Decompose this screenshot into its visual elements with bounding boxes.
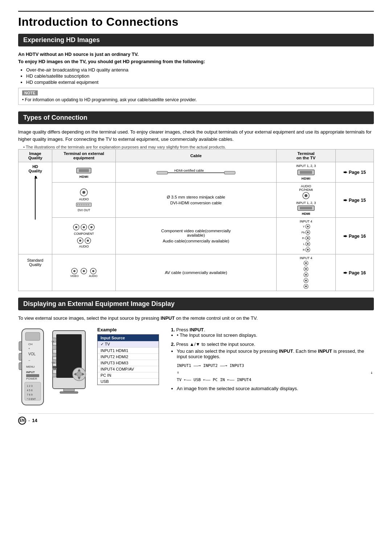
step-2: 2. Press ▲/▼ to select the input source.…	[171, 342, 374, 391]
audio-port-icon	[302, 192, 310, 200]
example-label: Example	[97, 327, 164, 332]
tv-av-port5	[303, 284, 309, 289]
footer: EN - 14	[18, 413, 374, 425]
section2-note: • The illustrations of the terminals are…	[23, 145, 374, 149]
th-image-quality: ImageQuality	[19, 150, 52, 162]
bottom-area: CH + VOL − MENU INPUT POWER 1 2 3 4 5 6 …	[18, 327, 374, 407]
input-source-item-pcin: PC IN	[98, 372, 159, 379]
audio-r-rca-icon	[90, 268, 97, 274]
section2-header: Types of Connection	[18, 111, 374, 124]
hdmi-cable-icon: HDMI-certified cable	[156, 168, 236, 176]
svg-rect-21	[300, 207, 312, 209]
connection-table: ImageQuality Terminal on externalequipme…	[18, 149, 374, 291]
svg-rect-60	[19, 353, 22, 360]
section2-para: Image quality differs depending on the t…	[18, 128, 374, 143]
hdmi-plug-icon	[76, 166, 92, 174]
page-link-4: ➨ Page 16	[336, 254, 374, 291]
section-connection-types: Types of Connection Image quality differ…	[18, 111, 374, 291]
input-source-item-usb: USB	[98, 379, 159, 385]
bullet-1: Over-the-air broadcasting via HD quality…	[26, 67, 374, 73]
step2-num: 2.	[171, 342, 175, 347]
note-text: • For information on updating to HD prog…	[22, 97, 370, 102]
step2-sub2: An image from the selected source automa…	[177, 386, 374, 391]
svg-point-53	[305, 274, 307, 276]
svg-text:CH: CH	[52, 340, 54, 343]
svg-rect-59	[19, 342, 22, 351]
svg-text:POWER: POWER	[26, 377, 37, 380]
svg-rect-80	[53, 353, 56, 357]
tv-terminal-dvi: AUDIOPC/HDMI INPUT 1, 2, 3 HDMI	[276, 183, 335, 218]
svg-rect-87	[64, 389, 74, 392]
svg-point-9	[82, 191, 85, 194]
step-1: 1. Press INPUT. • The Input source list …	[171, 327, 374, 338]
table-row: StandardQuality VIDEO	[19, 254, 374, 291]
step1-input-bold: INPUT	[189, 327, 204, 332]
svg-text:4 5 6: 4 5 6	[27, 389, 33, 392]
remote-tv-area: CH + VOL − MENU INPUT POWER 1 2 3 4 5 6 …	[18, 327, 91, 407]
svg-point-19	[305, 194, 307, 197]
svg-point-51	[305, 268, 307, 270]
example-screen: Input Source ✓ TV INPUT1 HDMI1 INPUT2 HD…	[97, 334, 159, 385]
component-rca2-icon	[81, 224, 87, 230]
svg-text:1 2 3: 1 2 3	[27, 385, 33, 387]
footer-bar: EN - 14	[18, 417, 37, 425]
cable-component: Component video cable(commerciallyavaila…	[116, 218, 277, 254]
svg-point-31	[87, 240, 89, 242]
table-row: HDQuality ▲ HDMI	[19, 162, 374, 183]
th-page	[336, 150, 374, 162]
svg-rect-4	[224, 171, 235, 174]
svg-text:VOL: VOL	[28, 352, 36, 356]
svg-rect-69	[26, 374, 39, 377]
svg-point-39	[307, 243, 309, 245]
cable-hdmi: HDMI-certified cable	[116, 162, 277, 183]
th-cable: Cable	[116, 150, 277, 162]
note-label: NOTE	[22, 90, 38, 95]
svg-text:−: −	[28, 359, 30, 362]
svg-text:7 8 9: 7 8 9	[27, 393, 33, 396]
page-link-2: ➨ Page 15	[336, 183, 374, 218]
video-rca-icon	[71, 268, 78, 274]
svg-rect-10	[76, 203, 91, 207]
tv-av-port2	[303, 266, 309, 271]
svg-rect-61	[19, 363, 22, 370]
svg-point-35	[307, 232, 309, 233]
svg-point-47	[92, 270, 94, 272]
svg-rect-7	[300, 171, 312, 174]
svg-rect-79	[53, 345, 56, 349]
page-title: Introduction to Connections	[18, 15, 374, 29]
en-circle-icon: EN	[18, 417, 26, 425]
svg-text:HDMI-certified cable: HDMI-certified cable	[174, 169, 204, 172]
svg-point-23	[75, 226, 77, 228]
audio-jack-icon	[79, 188, 88, 197]
step2-sub1: You can also select the input source by …	[177, 348, 374, 359]
tv-hdmi-port-icon	[297, 168, 315, 176]
tv-av-port4	[303, 278, 309, 283]
svg-text:INPUT: INPUT	[26, 371, 35, 374]
audio-rca-l-icon	[77, 237, 83, 244]
dvi-port-icon	[76, 202, 92, 208]
svg-rect-88	[60, 392, 78, 393]
svg-point-45	[83, 270, 85, 272]
terminal-dvi: AUDIO DVI OUT	[52, 183, 116, 218]
cable-dvi: Ø 3.5 mm stereo minijack cable DVI-HDMI …	[116, 183, 277, 218]
component-rca3-icon	[88, 224, 95, 230]
section3-intro: To view external source images, select t…	[18, 315, 374, 322]
svg-point-25	[83, 226, 85, 228]
svg-point-33	[307, 226, 309, 228]
svg-rect-1	[79, 169, 89, 172]
example-area: Example Input Source ✓ TV INPUT1 HDMI1 I…	[97, 327, 164, 407]
quality-hd: HDQuality ▲	[19, 162, 52, 254]
table-row: COMPONENT AUDIO Component video cable(co…	[19, 218, 374, 254]
section1-header: Experiencing HD Images	[18, 34, 374, 46]
tv-av-port3	[303, 272, 309, 277]
page-link-1: ➨ Page 15	[336, 162, 374, 183]
svg-point-43	[73, 270, 75, 272]
terminal-component: COMPONENT AUDIO	[52, 218, 116, 254]
input-source-header: Input Source	[98, 335, 159, 341]
audio-l-rca-icon	[81, 268, 87, 274]
audio-rca-r-icon	[85, 237, 91, 244]
tv-icon: CH VOL INPUT	[51, 327, 87, 407]
tv-hdmi-port2-icon	[297, 205, 315, 211]
svg-text:+: +	[28, 347, 30, 350]
table-row: AUDIO DVI OUT	[19, 183, 374, 218]
